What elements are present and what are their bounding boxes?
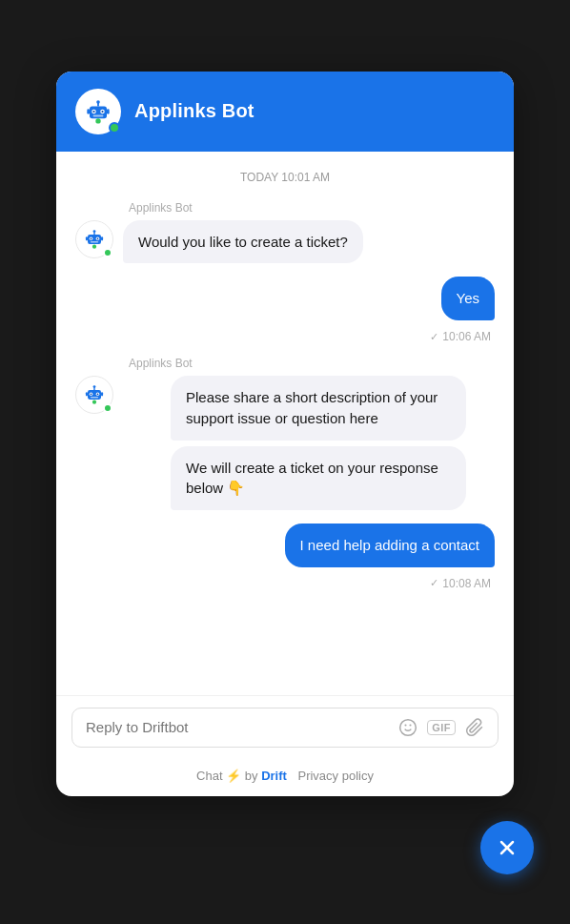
close-icon (496, 836, 519, 859)
svg-point-17 (97, 237, 99, 239)
bot-label-2: Applinks Bot (129, 357, 495, 370)
user-bubble-2: I need help adding a contact (285, 524, 495, 567)
privacy-link[interactable]: Privacy policy (297, 769, 373, 783)
svg-point-31 (93, 385, 96, 388)
svg-point-36 (400, 719, 417, 735)
message-time-1: ✓ 10:06 AM (430, 330, 491, 343)
bot-msg-avatar-1 (75, 220, 113, 258)
svg-rect-20 (86, 236, 88, 240)
bot-bubble-2: Please share a short description of your… (171, 376, 466, 441)
svg-rect-9 (107, 109, 110, 113)
message-time-2: ✓ 10:08 AM (430, 577, 491, 590)
check-icon: ✓ (430, 331, 438, 343)
bot-msg-avatar-2 (75, 376, 113, 414)
svg-point-4 (92, 110, 94, 112)
bot-group-2: Applinks Bot (75, 357, 495, 510)
svg-point-5 (101, 110, 103, 112)
bot-name: Applinks Bot (134, 100, 254, 122)
svg-rect-33 (101, 392, 103, 396)
bot-row-2: Please share a short description of your… (75, 376, 495, 510)
bot-group-1: Applinks Bot (75, 201, 495, 264)
svg-point-35 (92, 400, 96, 404)
attachment-button[interactable] (465, 718, 484, 737)
svg-rect-32 (86, 392, 88, 396)
user-row-1: Yes (75, 277, 495, 320)
svg-point-16 (91, 237, 92, 239)
chat-widget: Applinks Bot TODAY 10:01 AM Applinks Bot (56, 72, 514, 796)
chat-footer: Chat ⚡ by Drift Privacy policy (56, 759, 514, 796)
bot-avatar-container (75, 89, 121, 134)
input-icons: GIF (398, 718, 484, 737)
user-row-2: I need help adding a contact (75, 524, 495, 567)
svg-point-19 (93, 230, 96, 233)
svg-point-29 (97, 393, 99, 395)
avatar-online-dot-2 (103, 403, 112, 413)
user-meta-2: ✓ 10:08 AM (75, 577, 495, 590)
user-bubble-1: Yes (441, 277, 495, 320)
svg-rect-21 (101, 236, 103, 240)
drift-link[interactable]: Drift (261, 769, 287, 783)
bot-bubble-3: We will create a ticket on your response… (171, 446, 466, 511)
svg-rect-22 (91, 241, 98, 242)
emoji-button[interactable] (398, 718, 417, 737)
time-label-2: 10:08 AM (442, 577, 491, 590)
svg-rect-8 (87, 109, 90, 113)
avatar-online-dot (103, 248, 112, 257)
gif-button[interactable]: GIF (427, 720, 456, 735)
bot-bubbles-stacked: Please share a short description of your… (171, 376, 466, 510)
svg-rect-34 (91, 397, 98, 398)
svg-point-23 (92, 244, 96, 248)
chat-body: TODAY 10:01 AM Applinks Bot (56, 152, 514, 695)
chat-label: Chat (196, 769, 222, 783)
chat-input-area: GIF (56, 695, 514, 759)
svg-point-11 (95, 118, 100, 123)
check-icon-2: ✓ (430, 577, 438, 589)
time-label-1: 10:06 AM (442, 330, 491, 343)
timestamp: TODAY 10:01 AM (75, 171, 495, 184)
bot-label-1: Applinks Bot (129, 201, 495, 215)
input-box: GIF (71, 708, 499, 748)
svg-point-28 (91, 393, 92, 395)
bot-bubble-1: Would you like to create a ticket? (123, 220, 363, 264)
bolt-icon: ⚡ (226, 769, 241, 783)
chat-header: Applinks Bot (56, 72, 514, 152)
svg-point-7 (96, 100, 100, 104)
by-label: by (245, 769, 258, 783)
reply-input[interactable] (86, 719, 389, 735)
bot-row-1: Would you like to create a ticket? (75, 220, 495, 264)
user-meta-1: ✓ 10:06 AM (75, 330, 495, 343)
close-chat-button[interactable] (480, 821, 534, 874)
online-indicator (109, 122, 120, 133)
svg-rect-10 (93, 114, 104, 116)
